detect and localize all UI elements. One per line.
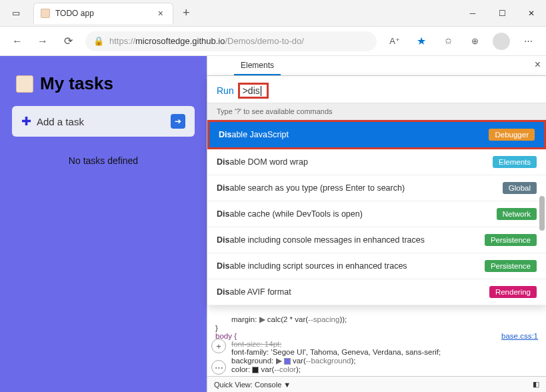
minimize-button[interactable]: ─ — [458, 3, 487, 24]
command-item-badge: Network — [497, 208, 537, 220]
quickview-panel[interactable]: Console ▼ — [255, 381, 291, 389]
url-path: /Demos/demo-to-do/ — [225, 36, 304, 46]
refresh-button[interactable]: ⟳ — [60, 33, 76, 49]
scrollbar-thumb[interactable] — [539, 196, 545, 231]
command-input-row: Run >dis — [207, 76, 546, 103]
more-tools-button[interactable]: ⋯ — [211, 360, 226, 375]
close-window-button[interactable]: ✕ — [517, 3, 546, 24]
styles-pane: margin: ▶ calc(2 * var(--spacing)); } bo… — [207, 309, 546, 376]
window-controls: ─ ☐ ✕ — [458, 3, 546, 24]
page-title: My tasks — [16, 73, 195, 94]
page-body: My tasks ✚Add a task ➔ No tasks defined — [0, 56, 207, 392]
devtools-close-button[interactable]: × — [535, 59, 541, 71]
plus-icon: ✚ — [21, 115, 31, 128]
command-hint: Type '?' to see available commands — [207, 103, 546, 120]
command-item-label: Disable DOM word wrap — [217, 157, 308, 167]
add-pane-button[interactable]: + — [211, 339, 226, 353]
forward-button[interactable]: → — [35, 33, 51, 49]
more-menu-icon[interactable]: ⋯ — [519, 33, 537, 50]
command-input[interactable]: >dis — [238, 83, 269, 99]
browser-titlebar: ▭ TODO app × + ─ ☐ ✕ — [0, 0, 546, 27]
add-task-label: ✚Add a task — [21, 114, 84, 129]
submit-arrow-icon[interactable]: ➔ — [171, 114, 185, 129]
devtools-dock-icon[interactable]: ◧ — [533, 380, 539, 389]
lock-icon: 🔒 — [93, 36, 104, 46]
tab-elements[interactable]: Elements — [234, 57, 281, 75]
command-item-badge: Debugger — [489, 129, 535, 141]
run-label: Run — [217, 85, 234, 96]
command-item-label: Disable including console messages in en… — [217, 235, 425, 245]
devtools-panel: Elements × Run >dis Type '?' to see avai… — [207, 56, 546, 392]
command-item[interactable]: Disable AVIF formatRendering — [207, 279, 546, 305]
command-item-badge: Elements — [493, 156, 537, 168]
command-item[interactable]: Disable JavaScriptDebugger — [207, 120, 546, 149]
address-bar: ← → ⟳ 🔒 https://microsoftedge.github.io/… — [0, 27, 546, 56]
clipboard-icon — [41, 9, 50, 18]
tab-actions-icon[interactable]: ▭ — [7, 4, 25, 23]
command-item[interactable]: Disable DOM word wrapElements — [207, 149, 546, 175]
command-item-badge: Rendering — [489, 286, 537, 298]
command-item-badge: Persistence — [485, 260, 537, 272]
url-host: microsoftedge.github.io — [135, 36, 225, 46]
maximize-button[interactable]: ☐ — [487, 3, 517, 24]
source-link[interactable]: base.css:1 — [501, 332, 538, 340]
command-item-label: Disable including script sources in enha… — [217, 261, 407, 271]
collections-icon[interactable]: ⊕ — [466, 33, 483, 50]
favorites-bar-icon[interactable]: ✩ — [439, 33, 457, 50]
command-item[interactable]: Disable cache (while DevTools is open)Ne… — [207, 201, 546, 227]
devtools-tab-bar: Elements × — [207, 56, 546, 76]
css-brace: } — [215, 324, 538, 332]
quick-view-bar[interactable]: Quick View: Console ▼ ◧ — [207, 376, 546, 392]
url-scheme: https:// — [109, 36, 135, 46]
command-item[interactable]: Disable including console messages in en… — [207, 227, 546, 253]
command-item[interactable]: Disable including script sources in enha… — [207, 253, 546, 279]
browser-tab[interactable]: TODO app × — [33, 3, 173, 24]
profile-avatar[interactable] — [493, 33, 510, 50]
favorite-star-icon[interactable]: ★ — [413, 33, 430, 50]
css-prop-struck: font-size: 14pt; — [231, 340, 538, 348]
command-item-label: Disable search as you type (press Enter … — [217, 183, 405, 193]
command-input-text: >dis — [243, 85, 260, 96]
back-button[interactable]: ← — [9, 33, 25, 49]
add-task-row[interactable]: ✚Add a task ➔ — [12, 106, 195, 137]
css-prop: font-family: 'Segoe UI', Tahoma, Geneva,… — [231, 348, 538, 356]
reading-mode-icon[interactable]: A⁺ — [386, 33, 403, 50]
content-area: My tasks ✚Add a task ➔ No tasks defined … — [0, 56, 546, 392]
clipboard-icon — [16, 75, 33, 93]
empty-state-text: No tasks defined — [12, 155, 195, 166]
command-item-badge: Global — [503, 182, 537, 194]
new-tab-button[interactable]: + — [173, 6, 199, 20]
command-item-label: Disable JavaScript — [219, 130, 289, 139]
command-menu: Run >dis Type '?' to see available comma… — [207, 76, 546, 305]
command-item[interactable]: Disable search as you type (press Enter … — [207, 175, 546, 201]
quickview-label: Quick View: — [214, 381, 253, 389]
tab-title: TODO app — [55, 9, 155, 18]
text-caret — [261, 86, 261, 96]
close-icon[interactable]: × — [155, 8, 166, 19]
page-title-text: My tasks — [40, 73, 113, 94]
command-item-badge: Persistence — [485, 234, 537, 246]
command-item-label: Disable AVIF format — [217, 287, 291, 297]
url-input[interactable]: 🔒 https://microsoftedge.github.io/Demos/… — [85, 31, 377, 51]
command-list: Disable JavaScriptDebuggerDisable DOM wo… — [207, 120, 546, 305]
command-item-label: Disable cache (while DevTools is open) — [217, 209, 363, 219]
